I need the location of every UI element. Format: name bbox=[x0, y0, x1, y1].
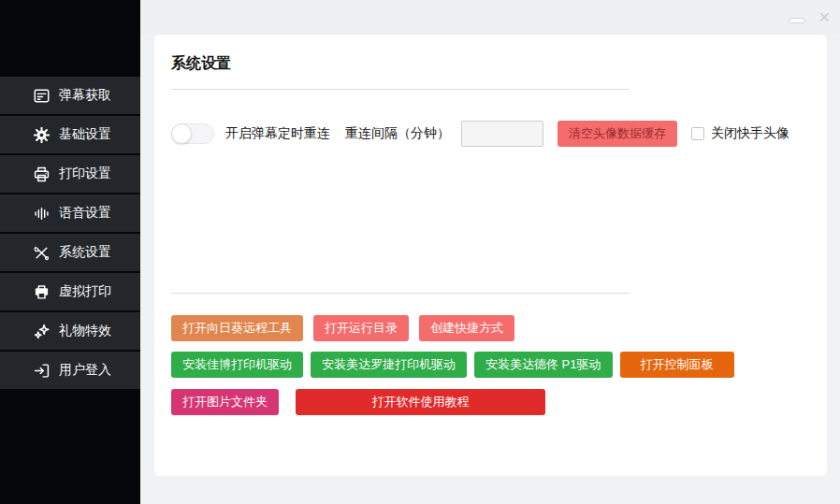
open-run-directory-button[interactable]: 打开运行目录 bbox=[313, 315, 409, 341]
toggle-knob bbox=[171, 123, 192, 144]
sidebar-item-label: 打印设置 bbox=[59, 166, 111, 182]
virtual-printer-icon bbox=[34, 284, 50, 300]
sidebar-item-gift-effects[interactable]: 礼物特效 bbox=[0, 312, 140, 350]
minimize-icon[interactable] bbox=[789, 18, 805, 23]
sidebar-item-virtual-print[interactable]: 虚拟打印 bbox=[0, 273, 140, 310]
sidebar-item-danmaku-capture[interactable]: 弹幕获取 bbox=[0, 77, 140, 114]
clear-avatar-cache-button[interactable]: 清空头像数据缓存 bbox=[558, 121, 677, 147]
action-button-row-3: 打开图片文件夹 打开软件使用教程 bbox=[171, 389, 810, 415]
sidebar-item-system-settings[interactable]: 系统设置 bbox=[0, 234, 140, 271]
stars-icon bbox=[34, 324, 50, 339]
reconnect-toggle[interactable] bbox=[171, 123, 214, 144]
close-icon[interactable]: ✕ bbox=[818, 10, 831, 25]
voice-wave-icon bbox=[34, 206, 50, 222]
divider bbox=[171, 293, 630, 294]
sidebar-item-label: 语音设置 bbox=[59, 205, 111, 222]
sidebar-item-label: 虚拟打印 bbox=[59, 283, 111, 300]
login-icon bbox=[34, 363, 50, 379]
install-meida-detong-p1-driver-button[interactable]: 安装美达德佟 P1驱动 bbox=[474, 352, 613, 378]
open-tutorial-button[interactable]: 打开软件使用教程 bbox=[296, 389, 545, 415]
titlebar: ✕ bbox=[140, 0, 840, 35]
printer-icon bbox=[34, 166, 50, 182]
logo-area bbox=[0, 0, 140, 77]
sidebar-item-user-login[interactable]: 用户登入 bbox=[0, 352, 140, 389]
sidebar-item-label: 用户登入 bbox=[59, 362, 111, 379]
interval-label: 重连间隔（分钟） bbox=[345, 125, 450, 142]
checkbox-label: 关闭快手头像 bbox=[711, 125, 789, 142]
sidebar: 弹幕获取 基础设置 打印设置 语音设置 系统设置 虚拟打印 礼物 bbox=[0, 0, 140, 504]
sidebar-item-voice-settings[interactable]: 语音设置 bbox=[0, 194, 140, 232]
divider bbox=[171, 89, 630, 90]
main-panel: 系统设置 开启弹幕定时重连 重连间隔（分钟） 清空头像数据缓存 关闭快手头像 打… bbox=[154, 35, 827, 476]
tools-icon bbox=[34, 245, 50, 261]
disable-kuaishou-avatar-checkbox[interactable] bbox=[691, 127, 704, 140]
open-sunlogin-remote-button[interactable]: 打开向日葵远程工具 bbox=[171, 315, 303, 341]
install-gprinter-driver-button[interactable]: 安装佳博打印机驱动 bbox=[171, 352, 303, 378]
page-title: 系统设置 bbox=[171, 35, 810, 74]
sidebar-item-label: 弹幕获取 bbox=[59, 87, 111, 104]
sidebar-item-label: 系统设置 bbox=[59, 244, 111, 261]
toggle-label: 开启弹幕定时重连 bbox=[225, 125, 330, 142]
sidebar-item-label: 礼物特效 bbox=[59, 323, 111, 339]
open-control-panel-button[interactable]: 打开控制面板 bbox=[620, 352, 734, 378]
sidebar-item-basic-settings[interactable]: 基础设置 bbox=[0, 116, 140, 153]
gear-icon bbox=[34, 127, 50, 143]
action-button-row-1: 打开向日葵远程工具 打开运行目录 创建快捷方式 bbox=[171, 315, 810, 341]
open-image-folder-button[interactable]: 打开图片文件夹 bbox=[171, 389, 279, 415]
window-controls: ✕ bbox=[789, 0, 831, 35]
sidebar-item-print-settings[interactable]: 打印设置 bbox=[0, 155, 140, 193]
reconnect-settings-row: 开启弹幕定时重连 重连间隔（分钟） 清空头像数据缓存 关闭快手头像 bbox=[171, 121, 810, 147]
install-meida-rongta-driver-button[interactable]: 安装美达罗捷打印机驱动 bbox=[311, 352, 467, 378]
sidebar-item-label: 基础设置 bbox=[59, 126, 111, 143]
interval-input[interactable] bbox=[461, 121, 543, 147]
danmaku-panel-icon bbox=[34, 88, 50, 104]
create-shortcut-button[interactable]: 创建快捷方式 bbox=[419, 315, 514, 341]
action-button-row-2: 安装佳博打印机驱动 安装美达罗捷打印机驱动 安装美达德佟 P1驱动 打开控制面板 bbox=[171, 352, 810, 378]
